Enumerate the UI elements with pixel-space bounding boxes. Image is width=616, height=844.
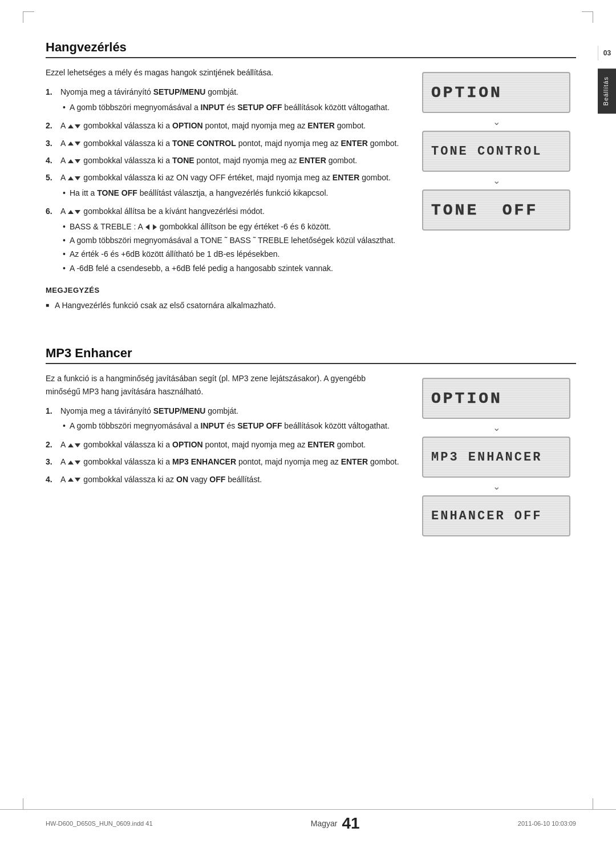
page-number: 41 [342, 814, 359, 833]
step-1-1-sub-1: A gomb többszöri megnyomásával a INPUT é… [60, 101, 399, 114]
section1-content: Ezzel lehetséges a mély és magas hangok … [46, 66, 576, 312]
lcd-text-tone-control: TONE CONTROL [431, 144, 542, 159]
step-1-6-sub-2: A gomb többszöri megnyomásával a TONE ˜ … [60, 234, 399, 247]
step-1-6-sub-4: A -6dB felé a csendesebb, a +6dB felé pe… [60, 262, 399, 274]
lcd-text-mp3-enhancer: MP3 ENHANCER [431, 450, 542, 465]
lcd-option-2: OPTION [422, 378, 570, 419]
page-number-box: Magyar 41 [311, 814, 360, 833]
corner-mark-tr [582, 11, 593, 23]
step-1-5: 5. A gombokkal válassza ki az ON vagy OF… [46, 171, 399, 200]
corner-mark-br [582, 798, 593, 810]
main-content: Hangvezérlés Ezzel lehetséges a mély és … [46, 34, 576, 565]
step-1-2: 2. A gombokkal válassza ki a OPTION pont… [46, 119, 399, 132]
sidebar-chapter-number: 03 [598, 46, 616, 60]
step-2-2: 2. A gombokkal válassza ki a OPTION pont… [46, 438, 399, 451]
section1: Hangvezérlés Ezzel lehetséges a mély és … [46, 40, 576, 329]
lcd-enhancer-off: ENHANCER OFF [422, 495, 570, 536]
section2-header: MP3 Enhancer [46, 346, 576, 364]
step-2-1-sub-1: A gomb többszöri megnyomásával a INPUT é… [60, 419, 399, 432]
section2-intro: Ez a funkció is a hangminőség javításába… [46, 372, 399, 398]
section2-content: Ez a funkció is a hangminőség javításába… [46, 372, 576, 536]
section2-displays: OPTION ⌄ MP3 ENHANCER ⌄ ENHANCER OFF [416, 372, 576, 536]
section1-intro: Ezzel lehetséges a mély és magas hangok … [46, 66, 399, 79]
section1-note: MEGJEGYZÉS A Hangvezérlés funkció csak a… [46, 285, 399, 312]
note-list: A Hangvezérlés funkció csak az első csat… [46, 299, 399, 312]
arrow-down-2: ⌄ [493, 175, 500, 186]
step-2-1: 1. Nyomja meg a távirányító SETUP/MENU g… [46, 405, 399, 434]
page-container: 03 Beállítás Hangvezérlés Ezzel lehetség… [0, 0, 616, 844]
lcd-tone-off: TONE OFF [422, 189, 570, 231]
lcd-text-option-1: OPTION [431, 84, 502, 102]
lcd-text-tone-off: TONE OFF [431, 201, 538, 219]
step-1-6-sub-1: BASS & TREBLE : A gombokkal állítson be … [60, 220, 399, 233]
lcd-option-1: OPTION [422, 72, 570, 113]
lcd-text-option-2: OPTION [431, 390, 502, 407]
corner-mark-bl [23, 798, 34, 810]
step-1-1-sub: A gomb többszöri megnyomásával a INPUT é… [60, 101, 399, 114]
step-1-5-sub: Ha itt a TONE OFF beállítást választja, … [60, 187, 399, 199]
step-1-5-sub-1: Ha itt a TONE OFF beállítást választja, … [60, 187, 399, 199]
arrow-down-4: ⌄ [493, 481, 500, 492]
section2-steps: 1. Nyomja meg a távirányító SETUP/MENU g… [46, 405, 399, 486]
arrow-down-1: ⌄ [493, 116, 500, 127]
section1-steps: 1. Nyomja meg a távirányító SETUP/MENU g… [46, 86, 399, 276]
step-2-3: 3. A gombokkal válassza ki a MP3 ENHANCE… [46, 455, 399, 468]
footer-timestamp: 2011-06-10 10:03:09 [518, 820, 576, 827]
section1-text: Ezzel lehetséges a mély és magas hangok … [46, 66, 399, 312]
arrow-down-3: ⌄ [493, 422, 500, 433]
step-2-1-sub: A gomb többszöri megnyomásával a INPUT é… [60, 419, 399, 432]
footer-filename: HW-D600_D650S_HUN_0609.indd 41 [46, 820, 153, 827]
step-1-6: 6. A gombokkal állítsa be a kívánt hangv… [46, 205, 399, 276]
step-1-4: 4. A gombokkal válassza ki a TONE pontot… [46, 154, 399, 167]
corner-mark-tl [23, 11, 34, 23]
lcd-text-enhancer-off: ENHANCER OFF [431, 509, 542, 523]
lcd-mp3-enhancer: MP3 ENHANCER [422, 437, 570, 478]
lcd-tone-control: TONE CONTROL [422, 131, 570, 172]
section2: MP3 Enhancer Ez a funkció is a hangminős… [46, 346, 576, 554]
note-title: MEGJEGYZÉS [46, 285, 399, 297]
step-1-6-sub: BASS & TREBLE : A gombokkal állítson be … [60, 220, 399, 275]
section1-title: Hangvezérlés [46, 40, 576, 55]
section2-title: MP3 Enhancer [46, 346, 576, 361]
language-label: Magyar [311, 819, 338, 828]
section2-text: Ez a funkció is a hangminőség javításába… [46, 372, 399, 536]
page-footer: HW-D600_D650S_HUN_0609.indd 41 Magyar 41… [0, 809, 616, 833]
step-1-1: 1. Nyomja meg a távirányító SETUP/MENU g… [46, 86, 399, 115]
step-1-6-sub-3: Az érték -6 és +6dB között állítható be … [60, 248, 399, 260]
section1-header: Hangvezérlés [46, 40, 576, 58]
section1-displays: OPTION ⌄ TONE CONTROL ⌄ TONE OFF [416, 66, 576, 312]
step-1-3: 3. A gombokkal válassza ki a TONE CONTRO… [46, 137, 399, 150]
step-2-4: 4. A gombokkal válassza ki az ON vagy OF… [46, 473, 399, 486]
note-item-1: A Hangvezérlés funkció csak az első csat… [46, 299, 399, 312]
sidebar-label: Beállítás [598, 68, 616, 114]
